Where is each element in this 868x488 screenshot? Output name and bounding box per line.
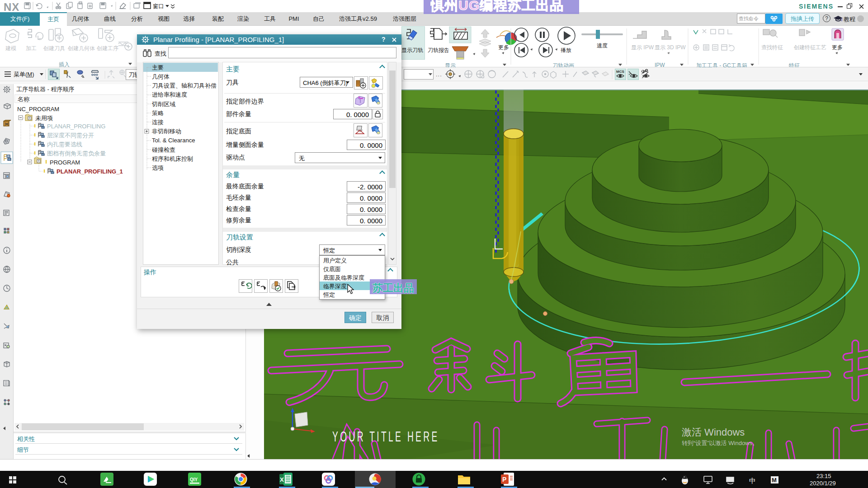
svg-text:X: X: [280, 476, 284, 483]
svg-text:MCS: MCS: [616, 70, 624, 74]
svg-text:M: M: [772, 477, 777, 483]
svg-text:内孔需要选线: 内孔需要选线: [47, 141, 82, 148]
svg-text:激活 Windows: 激活 Windows: [682, 427, 745, 438]
svg-text:更多: 更多: [832, 44, 843, 51]
svg-text:YOUR TITLE HERE: YOUR TITLE HERE: [332, 429, 439, 444]
svg-text:显示 3D IPW: 显示 3D IPW: [655, 44, 686, 51]
svg-text:PLANAR_PROFILING_1: PLANAR_PROFILING_1: [57, 168, 123, 175]
svg-text:层深度不同需分开: 层深度不同需分开: [47, 132, 94, 139]
svg-text:P: P: [502, 476, 506, 483]
svg-text:图档有倒角无需负余量: 图档有倒角无需负余量: [47, 150, 106, 157]
svg-text:显示 IPW: 显示 IPW: [631, 44, 654, 51]
svg-text:PLANAR_PROFILING: PLANAR_PROFILING: [47, 123, 105, 130]
svg-text:速度: 速度: [597, 42, 608, 49]
svg-text:更多: 更多: [498, 44, 509, 51]
svg-text:播放: 播放: [561, 47, 571, 53]
svg-text:转到“设置”以激活 Windows。: 转到“设置”以激活 Windows。: [682, 440, 758, 446]
svg-text:PROGRAM: PROGRAM: [50, 159, 80, 166]
svg-text:中: 中: [749, 477, 756, 484]
svg-text:未用项: 未用项: [35, 115, 53, 122]
svg-text:QIY: QIY: [190, 477, 198, 482]
svg-text:查找特征: 查找特征: [761, 44, 783, 51]
svg-text:创建特征工艺: 创建特征工艺: [793, 44, 826, 51]
